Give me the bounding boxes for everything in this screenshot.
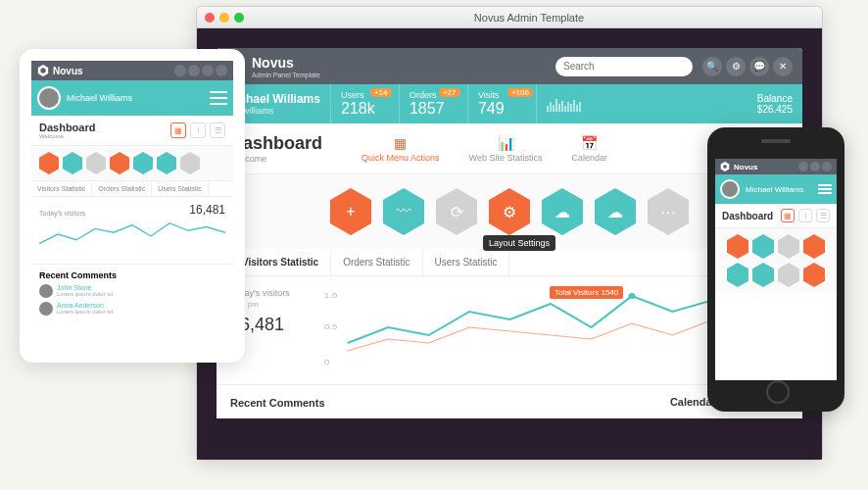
recent-comments-section[interactable]: Recent Comments	[217, 385, 509, 418]
chat-icon[interactable]	[810, 162, 820, 172]
hex-cloud2[interactable]: ☁	[595, 188, 636, 235]
search-box	[555, 56, 693, 76]
phone-user-bar: Michael Williams	[715, 174, 837, 204]
line-chart	[39, 217, 225, 256]
tab-users[interactable]: Users Statistic	[423, 249, 510, 275]
hex-tooltip: Layout Settings	[483, 235, 555, 251]
tab-visitors[interactable]: Visitors Statistic	[230, 249, 331, 275]
user-name: Michael Williams	[67, 93, 132, 103]
brand-subtitle: Admin Panel Template	[252, 72, 320, 78]
hex-cloud[interactable]	[133, 152, 153, 174]
calendar-icon[interactable]: ☰	[210, 122, 225, 138]
stat-visits[interactable]: Visits +106 749	[468, 84, 537, 123]
maximize-icon[interactable]	[234, 13, 244, 23]
app-header: Novus Admin Panel Template 🔍 ⚙ 💬 ✕	[217, 48, 802, 84]
hex-add[interactable]: +	[330, 188, 371, 235]
gear-icon[interactable]	[798, 162, 808, 172]
chart-icon[interactable]: ⫶	[798, 209, 812, 222]
hex-settings[interactable]	[803, 234, 825, 259]
stat-orders[interactable]: Orders +27 1857	[400, 84, 468, 123]
page-title: Dashboard	[39, 122, 95, 133]
hex-add[interactable]	[39, 152, 59, 174]
gear-icon[interactable]	[188, 65, 200, 76]
chart-tooltip: Total Visitors 1540	[550, 286, 623, 299]
tablet-hex-menu	[31, 146, 233, 181]
chart-icon[interactable]: ⫶	[190, 122, 206, 138]
tablet-frame: Novus Michael Williams Dashboard Welcome…	[20, 49, 245, 363]
hex-more[interactable]	[180, 152, 200, 174]
avatar	[39, 302, 53, 316]
tab-orders[interactable]: Orders Statistic	[331, 249, 422, 275]
phone-header: Novus	[715, 159, 837, 174]
brand-name: Novus	[252, 55, 294, 71]
close-icon[interactable]	[205, 13, 215, 23]
tab-visitors[interactable]: Visitors Statistic	[31, 181, 92, 196]
svg-point-3	[628, 293, 635, 299]
phone-frame: Novus Michael Williams Dashboard ▦ ⫶ ☰	[707, 127, 844, 412]
comment-item[interactable]: Anna AndersonLorem ipsum dolor sit	[39, 302, 225, 316]
phone-hex-menu	[715, 228, 837, 293]
badge: +27	[439, 88, 460, 97]
hex-refresh[interactable]: ⟳	[436, 188, 477, 235]
hex-cloud2[interactable]	[752, 263, 774, 287]
hex-refresh[interactable]	[778, 234, 799, 259]
svg-text:0: 0	[324, 358, 329, 367]
hex-stats[interactable]	[63, 152, 82, 174]
menu-icon[interactable]	[210, 91, 227, 105]
hex-settings[interactable]	[110, 152, 129, 174]
tab-users[interactable]: Users Statistic	[152, 181, 209, 196]
close-icon[interactable]: ✕	[773, 57, 793, 76]
hex-cloud[interactable]	[727, 263, 748, 287]
hex-cloud2[interactable]	[157, 152, 176, 174]
window-title: Novus Admin Template	[244, 12, 814, 24]
stats-bar: Michael Williams @mwilliams Users +14 21…	[217, 84, 802, 123]
avatar	[39, 284, 53, 298]
avatar[interactable]	[37, 86, 61, 110]
close-icon[interactable]	[216, 65, 227, 76]
svg-text:1.0: 1.0	[324, 291, 337, 300]
comments-title: Recent Comments	[39, 270, 225, 280]
hex-settings[interactable]: ⚙	[489, 188, 530, 235]
nav-statistics[interactable]: 📊 Web Site Statistics	[469, 135, 543, 163]
menu-icon[interactable]	[818, 184, 832, 194]
minimize-icon[interactable]	[219, 13, 229, 23]
grid-icon[interactable]: ▦	[781, 209, 795, 222]
calendar-icon[interactable]: ☰	[816, 209, 830, 222]
sparkline-icon	[547, 98, 581, 112]
hex-more[interactable]: ⋯	[648, 188, 689, 235]
brand-name: Novus	[53, 66, 83, 76]
tablet-header: Novus	[31, 61, 233, 80]
window-titlebar: Novus Admin Template	[197, 7, 822, 28]
hex-8[interactable]	[803, 263, 825, 287]
hex-add[interactable]	[727, 234, 748, 259]
chat-icon[interactable]: 💬	[749, 57, 769, 76]
close-icon[interactable]	[822, 162, 832, 172]
badge: +14	[370, 88, 392, 97]
chart-icon: 📊	[469, 135, 543, 151]
hex-cloud[interactable]: ☁	[542, 188, 583, 235]
stat-sparkline: Balance $26.425	[537, 84, 802, 123]
comment-item[interactable]: John StoneLorem ipsum dolor sit	[39, 284, 225, 298]
search-icon[interactable]: 🔍	[702, 57, 722, 76]
svg-text:0.5: 0.5	[324, 322, 337, 331]
hex-refresh[interactable]	[86, 152, 106, 174]
hex-more[interactable]	[778, 263, 799, 287]
logo-icon	[720, 162, 730, 172]
tablet-user-bar: Michael Williams	[31, 80, 233, 116]
calendar-icon: 📅	[571, 135, 607, 151]
search-input[interactable]	[555, 57, 693, 76]
avatar[interactable]	[720, 179, 740, 199]
search-icon[interactable]	[174, 65, 186, 76]
hex-stats[interactable]	[752, 234, 774, 259]
nav-quick-menu[interactable]: ▦ Quick Menu Actions	[362, 135, 440, 163]
grid-icon: ▦	[362, 135, 440, 151]
grid-icon[interactable]: ▦	[170, 122, 186, 138]
tab-orders[interactable]: Orders Statistic	[92, 181, 152, 196]
gear-icon[interactable]: ⚙	[726, 57, 746, 76]
nav-calendar[interactable]: 📅 Calendar	[571, 135, 607, 163]
chat-icon[interactable]	[202, 65, 214, 76]
badge: +106	[507, 88, 533, 97]
stat-users[interactable]: Users +14 218k	[331, 84, 400, 123]
hex-stats[interactable]: 〰	[383, 188, 424, 235]
logo-icon	[37, 65, 49, 76]
